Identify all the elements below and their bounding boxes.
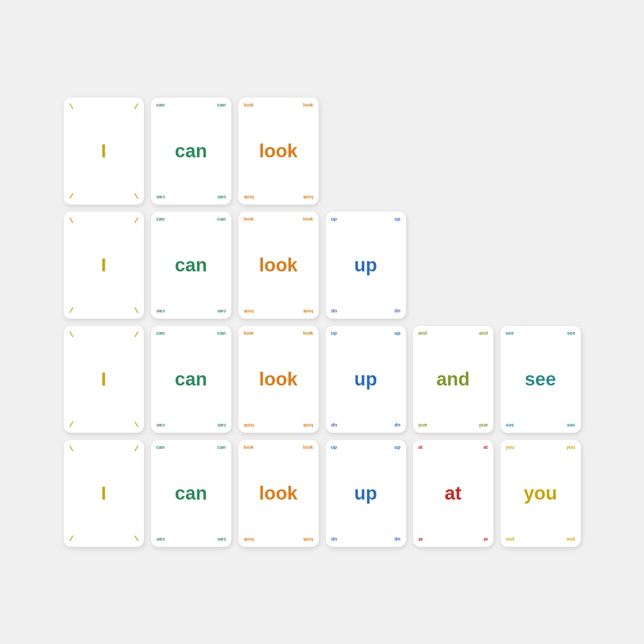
corner-bl: look bbox=[244, 537, 254, 542]
corner-br: up bbox=[394, 537, 400, 542]
tick-bl bbox=[69, 421, 73, 427]
tick-tr bbox=[134, 445, 138, 451]
corner-bl: look bbox=[244, 423, 254, 428]
card-word-can-4: can bbox=[175, 483, 207, 504]
corner-br: up bbox=[394, 309, 400, 314]
corner-bl: up bbox=[331, 423, 337, 428]
corner-tl: up bbox=[331, 444, 337, 450]
corner-bl: up bbox=[331, 537, 337, 542]
corner-tr: you bbox=[566, 444, 575, 450]
corner-tl: can bbox=[156, 102, 165, 107]
card-word-i-3: I bbox=[101, 369, 107, 390]
card-i-1: I bbox=[64, 98, 144, 205]
corner-tr: look bbox=[303, 330, 313, 336]
tick-br bbox=[134, 421, 138, 427]
card-up-1: upupupupup bbox=[326, 212, 406, 319]
corner-br: can bbox=[217, 309, 226, 314]
corner-tr: look bbox=[303, 444, 313, 450]
corner-tl: can bbox=[156, 216, 165, 222]
card-can-3: cancancancancan bbox=[151, 326, 231, 433]
corner-br: up bbox=[394, 423, 400, 428]
corner-tl: look bbox=[244, 216, 254, 222]
tick-bl bbox=[69, 535, 73, 541]
card-word-i-1: I bbox=[101, 140, 107, 162]
corner-br: see bbox=[567, 423, 575, 428]
card-look-1: looklooklooklooklook bbox=[238, 98, 319, 205]
corner-br: look bbox=[303, 195, 313, 200]
card-word-up-1: up bbox=[354, 254, 377, 276]
corner-bl: at bbox=[418, 537, 423, 542]
card-can-2: cancancancancan bbox=[151, 212, 231, 319]
card-word-up-2: up bbox=[354, 369, 377, 390]
corner-tr: look bbox=[303, 102, 313, 107]
tick-tl bbox=[69, 217, 73, 223]
corner-br: at bbox=[484, 537, 488, 542]
corner-tr: can bbox=[217, 216, 226, 222]
corner-tl: up bbox=[331, 330, 337, 336]
corner-tl: look bbox=[244, 330, 254, 336]
empty-2-6 bbox=[500, 212, 581, 319]
corner-bl: up bbox=[331, 309, 337, 314]
card-see-1: seeseeseeseesee bbox=[500, 326, 581, 433]
tick-br bbox=[134, 193, 138, 199]
card-word-you-1: you bbox=[524, 483, 557, 504]
card-look-3: looklooklooklooklook bbox=[238, 326, 319, 433]
tick-tr bbox=[134, 103, 138, 109]
corner-tl: up bbox=[331, 216, 337, 222]
corner-bl: you bbox=[506, 537, 515, 542]
corner-tr: up bbox=[394, 216, 400, 222]
corner-tr: can bbox=[217, 330, 226, 336]
tick-tr bbox=[134, 217, 138, 223]
card-word-can-3: can bbox=[175, 369, 207, 390]
corner-br: look bbox=[303, 423, 313, 428]
empty-1-4 bbox=[326, 98, 406, 205]
card-word-can-2: can bbox=[175, 254, 207, 276]
corner-tr: see bbox=[567, 330, 575, 336]
tick-bl bbox=[69, 193, 73, 199]
corner-tl: look bbox=[244, 444, 254, 450]
card-word-can-1: can bbox=[175, 140, 207, 162]
card-word-look-3: look bbox=[259, 369, 297, 390]
card-word-i-2: I bbox=[101, 254, 107, 276]
corner-tr: up bbox=[394, 444, 400, 450]
corner-tr: up bbox=[394, 330, 400, 336]
card-word-up-3: up bbox=[354, 483, 377, 504]
corner-tr: can bbox=[217, 444, 226, 450]
card-up-3: upupupupup bbox=[326, 440, 406, 547]
card-word-look-4: look bbox=[259, 483, 297, 504]
corner-tl: and bbox=[418, 330, 427, 336]
corner-tr: at bbox=[484, 444, 488, 450]
corner-tl: can bbox=[156, 330, 165, 336]
card-at-1: atatatatat bbox=[413, 440, 493, 547]
corner-br: you bbox=[566, 537, 575, 542]
corner-tl: at bbox=[418, 444, 423, 450]
tick-bl bbox=[69, 307, 73, 313]
corner-bl: can bbox=[156, 423, 165, 428]
card-you-1: youyouyouyouyou bbox=[500, 440, 581, 547]
card-can-1: cancancancancan bbox=[151, 98, 231, 205]
card-grid: IcancancancancanlooklooklooklooklookIcan… bbox=[46, 80, 599, 565]
corner-br: can bbox=[217, 195, 226, 200]
corner-tl: see bbox=[506, 330, 514, 336]
corner-br: and bbox=[479, 423, 488, 428]
corner-tr: can bbox=[217, 102, 226, 107]
card-word-and-1: and bbox=[436, 369, 470, 390]
card-i-4: I bbox=[64, 440, 144, 547]
corner-br: look bbox=[303, 537, 313, 542]
card-look-2: looklooklooklooklook bbox=[238, 212, 319, 319]
corner-tr: and bbox=[479, 330, 488, 336]
corner-tr: look bbox=[303, 216, 313, 222]
tick-br bbox=[134, 535, 138, 541]
empty-2-5 bbox=[413, 212, 493, 319]
card-i-2: I bbox=[64, 212, 144, 319]
corner-bl: can bbox=[156, 537, 165, 542]
empty-1-5 bbox=[413, 98, 493, 205]
corner-bl: look bbox=[244, 195, 254, 200]
tick-tl bbox=[69, 445, 73, 451]
tick-br bbox=[134, 307, 138, 313]
card-word-see-1: see bbox=[525, 369, 556, 390]
corner-br: look bbox=[303, 309, 313, 314]
empty-1-6 bbox=[500, 98, 581, 205]
card-word-look-2: look bbox=[259, 254, 297, 276]
corner-bl: can bbox=[156, 195, 165, 200]
